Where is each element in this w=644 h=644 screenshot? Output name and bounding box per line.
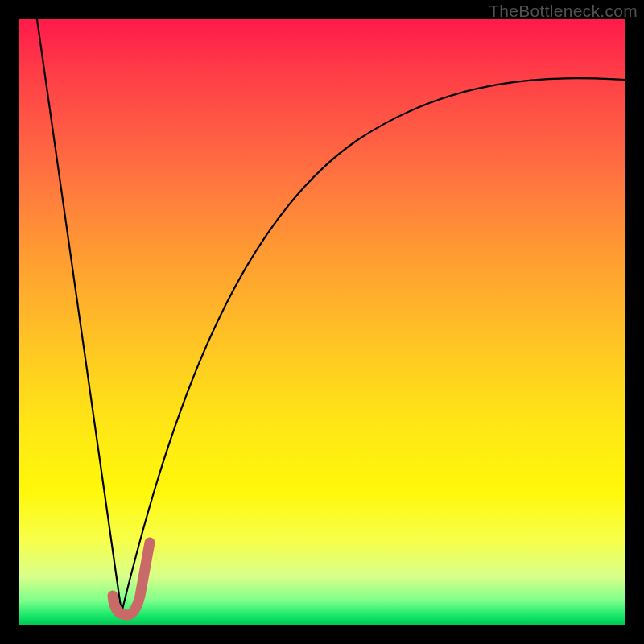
bottleneck-marker — [113, 543, 150, 615]
curve-layer — [19, 19, 625, 625]
curve-left-branch — [37, 19, 122, 613]
curve-right-branch — [122, 78, 625, 613]
watermark-text: TheBottleneck.com — [489, 2, 638, 21]
plot-area — [19, 19, 625, 625]
chart-frame: TheBottleneck.com — [0, 0, 644, 644]
